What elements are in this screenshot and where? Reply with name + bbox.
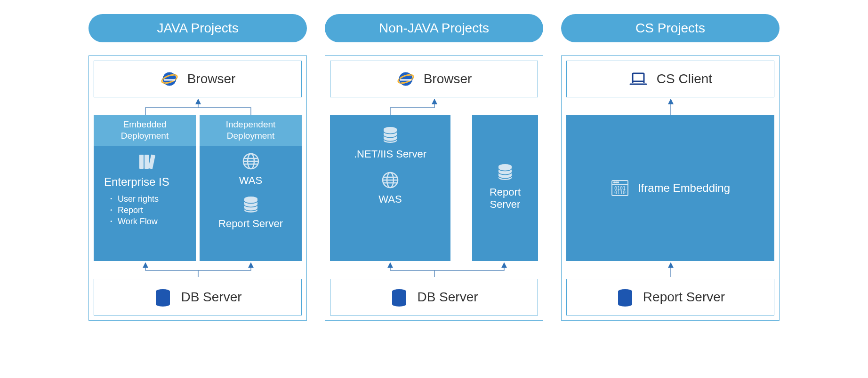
ie-icon [396, 70, 415, 88]
panel-header: Embedded Deployment [94, 115, 196, 146]
db-icon [241, 195, 260, 214]
bottom-box-label: DB Server [181, 290, 241, 305]
block-label: Report Server [218, 218, 283, 230]
globe-icon [381, 171, 400, 189]
books-icon [137, 152, 157, 172]
block-label: Report Server [479, 186, 531, 211]
binary-window-icon [611, 179, 629, 197]
db-icon [153, 288, 172, 307]
column-title: Non-JAVA Projects [325, 14, 543, 42]
panel-iframe: Iframe Embedding [566, 115, 774, 261]
connector-bottom [94, 261, 302, 279]
connector-top [566, 97, 774, 115]
connector-bottom [330, 261, 538, 279]
architecture-diagram: JAVA Projects Browser Embedded Deploymen… [9, 14, 859, 321]
top-box-label: Browser [187, 71, 236, 87]
top-box-browser: Browser [94, 61, 302, 97]
block-label: WAS [378, 193, 402, 205]
panel-reportserver: Report Server [472, 115, 538, 261]
bottom-box-db: DB Server [94, 279, 302, 315]
panel-title: Enterprise IS [104, 175, 169, 189]
db-icon [390, 288, 409, 307]
globe-icon [241, 152, 260, 171]
bottom-box-reportserver: Report Server [566, 279, 774, 315]
panel-header: Independent Deployment [200, 115, 302, 146]
column-card: Browser .NET/IIS Server WAS [325, 55, 543, 321]
connector-bottom [566, 261, 774, 279]
db-icon [496, 163, 514, 181]
connector-top [94, 97, 302, 115]
block-label: WAS [239, 174, 262, 187]
block-label: .NET/IIS Server [354, 148, 426, 160]
panel-embedded: Embedded Deployment Enterprise IS User r… [94, 115, 196, 261]
ie-icon [160, 70, 179, 88]
panel-bullets: User rights Report Work Flow [104, 193, 159, 227]
column-title: CS Projects [561, 14, 780, 42]
db-icon [381, 126, 400, 144]
laptop-icon [628, 70, 648, 88]
panel-label: Iframe Embedding [638, 181, 730, 195]
panel-independent: Independent Deployment WAS Report Server [200, 115, 302, 261]
bottom-box-label: DB Server [417, 290, 478, 305]
column-card: Browser Embedded Deployment Enterprise I… [88, 55, 307, 321]
top-box-browser: Browser [330, 61, 538, 97]
bottom-box-label: Report Server [643, 290, 725, 305]
column-java: JAVA Projects Browser Embedded Deploymen… [88, 14, 307, 321]
column-cs: CS Projects CS Client Iframe Embedding [561, 14, 780, 321]
panel-netiis: .NET/IIS Server WAS [330, 115, 450, 261]
connector-top [330, 97, 538, 115]
column-title: JAVA Projects [88, 14, 307, 42]
db-icon [616, 288, 635, 307]
top-box-client: CS Client [566, 61, 774, 97]
top-box-label: Browser [424, 71, 472, 87]
arrow-left-icon [450, 181, 472, 190]
column-nonjava: Non-JAVA Projects Browser .NET/IIS Serve… [325, 14, 543, 321]
column-card: CS Client Iframe Embedding Report Server [561, 55, 780, 321]
bottom-box-db: DB Server [330, 279, 538, 315]
top-box-label: CS Client [657, 71, 712, 87]
